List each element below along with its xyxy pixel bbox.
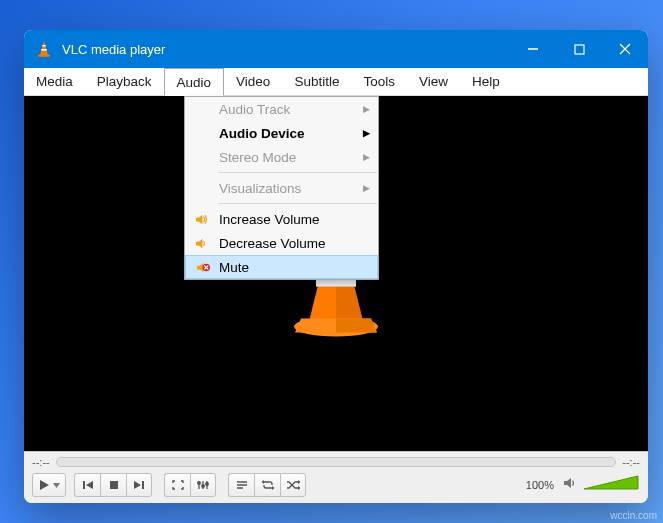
svg-point-25	[198, 482, 201, 485]
menu-subtitle[interactable]: Subtitle	[282, 68, 351, 95]
stop-icon	[109, 480, 119, 490]
stop-button[interactable]	[100, 473, 126, 497]
shuffle-button[interactable]	[280, 473, 306, 497]
vlc-window: VLC media player Media Playback Audio Vi…	[24, 30, 648, 503]
submenu-arrow-icon: ▶	[363, 152, 370, 162]
controls-bar: --:-- --:-- 100%	[24, 451, 648, 503]
loop-icon	[261, 480, 275, 490]
svg-marker-35	[564, 478, 571, 488]
svg-marker-33	[298, 480, 300, 484]
fullscreen-button[interactable]	[164, 473, 190, 497]
menubar: Media Playback Audio Video Subtitle Tool…	[24, 68, 648, 96]
svg-point-27	[206, 483, 209, 486]
svg-rect-1	[42, 45, 45, 47]
menuitem-decrease-volume[interactable]: Decrease Volume	[185, 231, 378, 255]
seek-slider[interactable]	[56, 457, 617, 467]
menuitem-audio-device[interactable]: Audio Device▶	[185, 121, 378, 145]
fullscreen-icon	[172, 480, 184, 490]
shuffle-icon	[286, 480, 300, 490]
menu-view[interactable]: View	[407, 68, 460, 95]
close-button[interactable]	[602, 30, 648, 68]
svg-marker-14	[336, 319, 377, 333]
playlist-button[interactable]	[228, 473, 254, 497]
svg-marker-39	[196, 262, 203, 271]
total-time: --:--	[622, 456, 640, 468]
menuitem-increase-volume[interactable]: Increase Volume	[185, 207, 378, 231]
menu-audio[interactable]: Audio	[164, 68, 225, 96]
svg-marker-15	[40, 480, 49, 490]
submenu-arrow-icon: ▶	[363, 128, 370, 138]
menuitem-audio-track: Audio Track▶	[185, 97, 378, 121]
volume-down-icon	[193, 235, 209, 251]
svg-marker-34	[298, 486, 300, 490]
menu-separator	[219, 172, 377, 173]
menu-separator	[219, 203, 377, 204]
svg-rect-19	[110, 481, 118, 489]
svg-marker-31	[261, 480, 264, 484]
menu-media[interactable]: Media	[24, 68, 85, 95]
svg-marker-36	[584, 476, 638, 489]
volume-slider[interactable]	[582, 474, 640, 496]
svg-rect-5	[575, 45, 584, 54]
dropdown-icon	[53, 482, 60, 489]
menuitem-stereo-mode: Stereo Mode▶	[185, 145, 378, 169]
menu-video[interactable]: Video	[224, 68, 282, 95]
svg-marker-38	[195, 238, 202, 247]
menu-help[interactable]: Help	[460, 68, 512, 95]
svg-marker-0	[40, 41, 48, 55]
play-button[interactable]	[32, 473, 66, 497]
vlc-cone-icon	[34, 39, 54, 59]
svg-marker-32	[272, 486, 275, 490]
loop-button[interactable]	[254, 473, 280, 497]
svg-rect-17	[83, 481, 85, 489]
svg-marker-37	[195, 214, 202, 223]
volume-up-icon	[193, 211, 209, 227]
svg-marker-16	[53, 483, 60, 488]
svg-rect-3	[38, 55, 50, 57]
submenu-arrow-icon: ▶	[363, 183, 370, 193]
menu-tools[interactable]: Tools	[351, 68, 407, 95]
menuitem-visualizations: Visualizations▶	[185, 176, 378, 200]
svg-marker-18	[86, 481, 93, 489]
play-icon	[38, 479, 50, 491]
skip-back-icon	[82, 480, 94, 490]
next-button[interactable]	[126, 473, 152, 497]
svg-rect-21	[142, 481, 144, 489]
submenu-arrow-icon: ▶	[363, 104, 370, 114]
svg-marker-20	[134, 481, 141, 489]
playlist-icon	[236, 480, 248, 490]
svg-point-26	[202, 485, 205, 488]
minimize-button[interactable]	[510, 30, 556, 68]
equalizer-icon	[197, 480, 209, 490]
menu-playback[interactable]: Playback	[85, 68, 164, 95]
extended-settings-button[interactable]	[190, 473, 216, 497]
window-title: VLC media player	[62, 42, 510, 57]
watermark: wccln.com	[610, 510, 657, 521]
titlebar: VLC media player	[24, 30, 648, 68]
audio-menu-dropdown: Audio Track▶ Audio Device▶ Stereo Mode▶ …	[184, 96, 379, 280]
maximize-button[interactable]	[556, 30, 602, 68]
svg-rect-2	[41, 49, 46, 51]
previous-button[interactable]	[74, 473, 100, 497]
mute-icon	[194, 259, 210, 275]
menuitem-mute[interactable]: Mute	[185, 255, 378, 279]
skip-forward-icon	[133, 480, 145, 490]
volume-percent: 100%	[526, 479, 554, 491]
elapsed-time: --:--	[32, 456, 50, 468]
volume-icon[interactable]	[562, 475, 578, 495]
